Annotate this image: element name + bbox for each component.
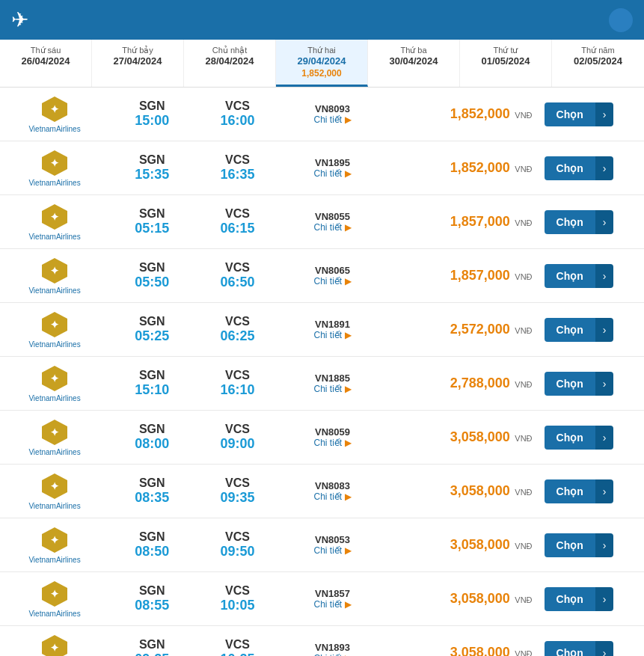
price-amount: 3,058,000 — [450, 645, 510, 656]
header-left: ✈ — [11, 7, 36, 32]
chon-arrow-button[interactable]: › — [595, 102, 614, 126]
price-cell: 3,058,000 VNĐ — [384, 411, 536, 465]
airline-name: VietnamAirlines — [28, 286, 80, 295]
price-currency: VNĐ — [515, 649, 532, 656]
chi-tiet-link[interactable]: Chi tiết ▶ — [285, 384, 381, 394]
arrival-cell: VCS 16:35 — [194, 141, 280, 195]
chi-tiet-link[interactable]: Chi tiết ▶ — [285, 438, 381, 448]
day-of-week: Thứ bảy — [95, 46, 180, 55]
chon-button[interactable]: Chọn — [545, 426, 595, 450]
price-cell: 3,058,000 VNĐ — [384, 518, 536, 572]
arrival-airport: VCS — [199, 369, 275, 382]
departure-time: 15:10 — [114, 382, 190, 398]
departure-cell: SGN 08:50 — [109, 518, 194, 572]
chon-button[interactable]: Chọn — [545, 156, 595, 180]
vietnam-airlines-icon: ✦ — [40, 526, 69, 554]
date-value: 30/04/2024 — [371, 55, 456, 67]
date-value: 27/04/2024 — [95, 55, 180, 67]
airline-cell: ✦ VietnamAirlines — [0, 195, 109, 249]
price-currency: VNĐ — [515, 488, 532, 497]
price-cell: 2,788,000 VNĐ — [384, 357, 536, 411]
airline-logo: ✦ VietnamAirlines — [7, 310, 102, 349]
action-cell: Chọn › — [537, 195, 644, 249]
price-cell: 1,852,000 VNĐ — [384, 88, 536, 141]
chon-arrow-button[interactable]: › — [595, 641, 614, 657]
price-currency: VNĐ — [515, 111, 532, 120]
arrival-time: 10:25 — [199, 652, 275, 656]
chon-button[interactable]: Chọn — [545, 264, 595, 288]
flight-info-cell: VN1891 Chi tiết ▶ — [280, 303, 385, 357]
header-chevron-button[interactable] — [609, 8, 633, 32]
departure-time: 08:50 — [114, 544, 190, 560]
flight-info-cell: VN8083 Chi tiết ▶ — [280, 465, 385, 518]
airline-name: VietnamAirlines — [28, 502, 80, 510]
chi-tiet-link[interactable]: Chi tiết ▶ — [285, 114, 381, 125]
chon-button[interactable]: Chọn — [545, 641, 595, 657]
chon-arrow-button[interactable]: › — [595, 372, 614, 396]
action-cell: Chọn › — [537, 88, 644, 141]
departure-time: 08:55 — [114, 598, 190, 613]
chi-tiet-link[interactable]: Chi tiết ▶ — [285, 653, 381, 656]
arrow-icon: ▶ — [345, 438, 352, 448]
chon-button[interactable]: Chọn — [545, 372, 595, 396]
arrival-cell: VCS 09:00 — [194, 411, 280, 465]
arrow-icon: ▶ — [345, 276, 352, 286]
date-cell-5[interactable]: Thứ tư 01/05/2024 — [460, 40, 552, 87]
arrow-icon: ▶ — [345, 545, 352, 556]
departure-time: 05:50 — [114, 275, 190, 290]
chon-arrow-button[interactable]: › — [595, 479, 614, 503]
arrow-icon: ▶ — [345, 168, 352, 179]
day-of-week: Thứ tư — [463, 46, 548, 55]
date-cell-0[interactable]: Thứ sáu 26/04/2024 — [0, 40, 92, 87]
select-button-group: Chọn › — [545, 264, 637, 288]
date-value: 02/05/2024 — [555, 55, 641, 67]
svg-text:✦: ✦ — [50, 319, 59, 331]
date-cell-3[interactable]: Thứ hai 29/04/2024 1,852,000 — [276, 40, 368, 87]
chon-arrow-button[interactable]: › — [595, 533, 614, 557]
chon-arrow-button[interactable]: › — [595, 264, 614, 288]
chon-button[interactable]: Chọn — [545, 533, 595, 557]
price-cell: 3,058,000 VNĐ — [384, 626, 536, 657]
action-cell: Chọn › — [537, 357, 644, 411]
chon-button[interactable]: Chọn — [545, 318, 595, 342]
chon-button[interactable]: Chọn — [545, 210, 595, 234]
action-cell: Chọn › — [537, 465, 644, 518]
chon-button[interactable]: Chọn — [545, 479, 595, 503]
day-of-week: Chủ nhật — [187, 46, 272, 55]
chi-tiet-link[interactable]: Chi tiết ▶ — [285, 222, 381, 233]
svg-text:✦: ✦ — [50, 588, 59, 600]
chon-arrow-button[interactable]: › — [595, 426, 614, 450]
airline-name: VietnamAirlines — [28, 125, 80, 133]
table-row: ✦ VietnamAirlines SGN 08:55 VCS 10:05 VN… — [0, 572, 644, 626]
price-cell: 1,857,000 VNĐ — [384, 195, 536, 249]
chon-arrow-button[interactable]: › — [595, 318, 614, 342]
departure-time: 09:25 — [114, 652, 190, 656]
price-currency: VNĐ — [515, 380, 532, 389]
date-cell-4[interactable]: Thứ ba 30/04/2024 — [368, 40, 460, 87]
date-cell-6[interactable]: Thứ năm 02/05/2024 — [552, 40, 644, 87]
date-value: 26/04/2024 — [3, 55, 88, 67]
chon-arrow-button[interactable]: › — [595, 156, 614, 180]
date-cell-1[interactable]: Thứ bảy 27/04/2024 — [92, 40, 184, 87]
flight-number: VN8055 — [285, 211, 381, 222]
chi-tiet-link[interactable]: Chi tiết ▶ — [285, 599, 381, 610]
arrival-time: 10:05 — [199, 598, 275, 613]
arrival-time: 06:25 — [199, 328, 275, 344]
chon-button[interactable]: Chọn — [545, 102, 595, 126]
arrival-time: 09:35 — [199, 490, 275, 506]
chi-tiet-link[interactable]: Chi tiết ▶ — [285, 168, 381, 179]
departure-cell: SGN 05:25 — [109, 303, 194, 357]
select-button-group: Chọn › — [545, 156, 637, 180]
chon-button[interactable]: Chọn — [545, 587, 595, 611]
vietnam-airlines-icon: ✦ — [40, 472, 69, 500]
date-cell-2[interactable]: Chủ nhật 28/04/2024 — [184, 40, 276, 87]
chi-tiet-link[interactable]: Chi tiết ▶ — [285, 276, 381, 286]
chon-arrow-button[interactable]: › — [595, 587, 614, 611]
select-button-group: Chọn › — [545, 318, 637, 342]
arrival-airport: VCS — [199, 638, 275, 652]
chi-tiet-link[interactable]: Chi tiết ▶ — [285, 491, 381, 502]
vietnam-airlines-icon: ✦ — [40, 634, 69, 656]
chi-tiet-link[interactable]: Chi tiết ▶ — [285, 545, 381, 556]
chi-tiet-link[interactable]: Chi tiết ▶ — [285, 330, 381, 340]
chon-arrow-button[interactable]: › — [595, 210, 614, 234]
